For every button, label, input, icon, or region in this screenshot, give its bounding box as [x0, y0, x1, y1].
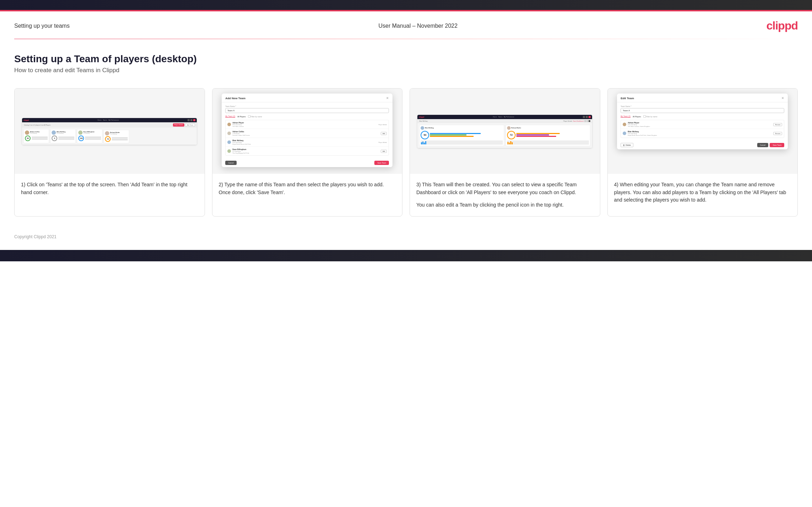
dialog4-close-icon[interactable]: ✕: [781, 96, 784, 100]
card-1-text: 1) Click on 'Teams' at the top of the sc…: [15, 174, 205, 216]
dialog4-input-label: Team Name *: [621, 105, 784, 107]
dialog2-input-label: Team Name *: [225, 105, 389, 107]
logo: clippd: [766, 19, 798, 32]
header-left: Setting up your teams: [14, 23, 70, 29]
dialog4-delete-button[interactable]: 🗑 Delete: [621, 143, 633, 147]
dialog2-player1-status: Player Added: [379, 124, 387, 126]
dialog2-player-list: Adrian Player Plus Handicap The Shire Lo…: [225, 120, 389, 156]
dialog4-tab-allplayers[interactable]: All Players: [633, 116, 641, 118]
page-title: Setting up a Team of players (desktop): [14, 53, 798, 65]
dialog4-tab-filter[interactable]: Filter by name: [646, 116, 658, 118]
top-bar: [0, 0, 812, 11]
dialog2-player4-add-button[interactable]: Add: [381, 150, 387, 153]
card-3-text: 3) This Team will then be created. You c…: [410, 174, 600, 216]
dialog2-tab-allplayers[interactable]: All Players: [237, 116, 246, 118]
card-4: Edit Team ✕ Team Name * Team A My Team (…: [607, 88, 798, 217]
dialog4-cancel-button[interactable]: Cancel: [757, 143, 769, 147]
card-1-screenshot: clippd Home Teams My Performance: [15, 89, 205, 174]
card-1: clippd Home Teams My Performance: [14, 88, 205, 217]
card-2: Add New Team ✕ Team Name * Team A My Tea…: [212, 88, 403, 217]
main-content: Setting up a Team of players (desktop) H…: [0, 39, 812, 224]
card-2-text: 2) Type the name of this Team and then s…: [212, 174, 402, 216]
dialog2-tab-filter[interactable]: Filter by name: [251, 116, 262, 118]
card-2-screenshot: Add New Team ✕ Team Name * Team A My Tea…: [212, 89, 402, 174]
dialog4-save-button[interactable]: Save Team: [770, 143, 784, 147]
dialog2-player3-status: Player Added: [379, 142, 387, 143]
dialog2-team-name-input[interactable]: Team A: [225, 108, 389, 113]
dialog2-title: Add New Team: [225, 97, 246, 100]
header-center: User Manual – November 2022: [379, 23, 458, 29]
dialog2-player2-add-button[interactable]: Add: [381, 132, 387, 135]
card-3-screenshot: clippd Home Teams My Performance: [410, 89, 600, 174]
dialog2-cancel-button[interactable]: Cancel: [225, 161, 237, 165]
dialog2-close-icon[interactable]: ✕: [386, 96, 389, 100]
dialog4-player2-remove-button[interactable]: Remove: [773, 132, 782, 135]
dialog2-save-button[interactable]: Save Team: [374, 161, 389, 165]
dialog4-player-list: Adrian Player Plus Handicap The Shire Lo…: [621, 120, 784, 138]
dialog2-tab-myteam[interactable]: My Team (2): [225, 115, 235, 118]
card-3: clippd Home Teams My Performance: [410, 88, 600, 217]
card-4-text: 4) When editing your Team, you can chang…: [608, 174, 798, 216]
dialog4-player1-remove-button[interactable]: Remove: [773, 123, 782, 126]
header: Setting up your teams User Manual – Nove…: [0, 11, 812, 39]
dialog4-tab-myteam[interactable]: My Team (2): [621, 115, 631, 118]
trash-icon: 🗑: [623, 144, 625, 146]
footer-copyright: Copyright Clippd 2021: [0, 224, 812, 246]
card-4-screenshot: Edit Team ✕ Team Name * Team A My Team (…: [608, 89, 798, 174]
dialog4-title: Edit Team: [621, 97, 634, 100]
bottom-bar: [0, 250, 812, 261]
cards-row: clippd Home Teams My Performance: [14, 88, 798, 217]
page-subtitle: How to create and edit Teams in Clippd: [14, 67, 798, 74]
dialog4-team-name-input[interactable]: Team A: [621, 108, 784, 113]
